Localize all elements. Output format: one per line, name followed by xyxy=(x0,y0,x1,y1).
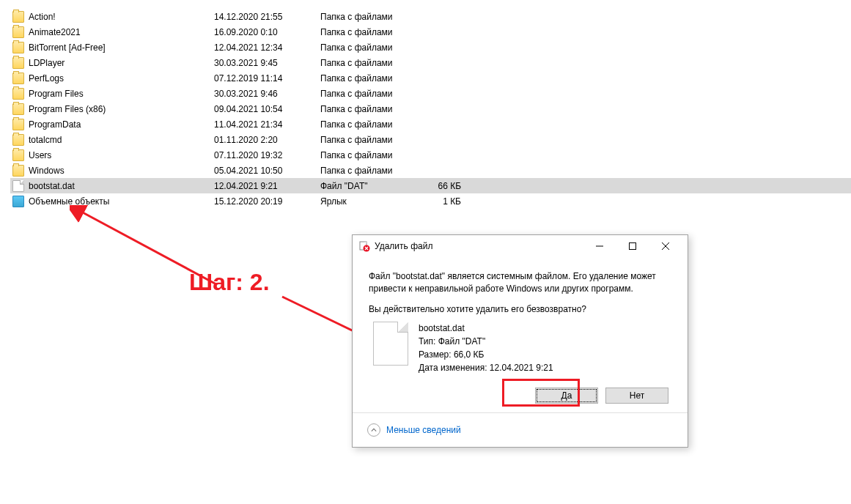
file-row[interactable]: PerfLogs07.12.2019 11:14Папка с файлами xyxy=(10,70,851,86)
dialog-confirm-question: Вы действительно хотите удалить его безв… xyxy=(369,304,671,314)
file-type: Папка с файлами xyxy=(320,119,424,130)
dialog-button-row: Да Нет xyxy=(369,388,671,404)
file-name: totalcmd xyxy=(29,135,214,145)
file-row[interactable]: Program Files (x86)09.04.2021 10:54Папка… xyxy=(10,101,851,116)
file-type: Папка с файлами xyxy=(320,104,424,114)
dialog-file-details: bootstat.dat Тип: Файл "DAT" Размер: 66,… xyxy=(419,322,553,374)
file-name: Windows xyxy=(29,166,214,176)
file-name: PerfLogs xyxy=(29,73,214,84)
file-name: Animate2021 xyxy=(29,27,214,37)
file-size: 1 КБ xyxy=(424,196,461,207)
file-date: 09.04.2021 10:54 xyxy=(214,104,320,114)
file-name: Program Files (x86) xyxy=(29,104,214,114)
file-date: 15.12.2020 20:19 xyxy=(214,196,320,207)
file-size: 66 КБ xyxy=(424,181,461,191)
file-date: 30.03.2021 9:45 xyxy=(214,58,320,68)
file-row[interactable]: Users07.11.2020 19:32Папка с файлами xyxy=(10,147,851,163)
file-date: 05.04.2021 10:50 xyxy=(214,166,320,176)
file-row[interactable]: Animate202116.09.2020 0:10Папка с файлам… xyxy=(10,24,851,40)
folder-icon xyxy=(12,88,24,100)
file-row[interactable]: Объемные объекты15.12.2020 20:19Ярлык1 К… xyxy=(10,193,851,209)
file-date: 12.04.2021 12:34 xyxy=(214,42,320,53)
folder-icon xyxy=(12,57,24,69)
file-date: 07.11.2020 19:32 xyxy=(214,150,320,160)
folder-icon xyxy=(12,42,24,53)
dialog-warning-message: Файл "bootstat.dat" является системным ф… xyxy=(369,270,671,295)
file-date: 11.04.2021 21:34 xyxy=(214,119,320,130)
file-name: Users xyxy=(29,150,214,160)
no-button[interactable]: Нет xyxy=(605,388,668,404)
file-date: 01.11.2020 2:20 xyxy=(214,135,320,145)
close-button[interactable] xyxy=(649,236,682,256)
file-date: 16.09.2020 0:10 xyxy=(214,27,320,37)
file-icon xyxy=(12,180,24,192)
less-details-toggle[interactable] xyxy=(367,423,380,437)
file-row[interactable]: Program Files30.03.2021 9:46Папка с файл… xyxy=(10,86,851,101)
folder-icon xyxy=(12,149,24,161)
file-type: Файл "DAT" xyxy=(320,181,424,191)
delete-dialog-icon xyxy=(358,240,370,252)
file-date: 30.03.2021 9:46 xyxy=(214,89,320,99)
file-name-label: bootstat.dat xyxy=(419,322,553,335)
file-type: Папка с файлами xyxy=(320,27,424,37)
file-type: Папка с файлами xyxy=(320,12,424,22)
less-details-link[interactable]: Меньше сведений xyxy=(386,425,461,435)
svg-rect-8 xyxy=(629,243,636,250)
file-icon xyxy=(373,322,408,366)
file-name: Action! xyxy=(29,12,214,22)
file-type: Папка с файлами xyxy=(320,73,424,84)
file-size-label: Размер: 66,0 КБ xyxy=(419,348,553,361)
file-row[interactable]: bootstat.dat12.04.2021 9:21Файл "DAT"66 … xyxy=(10,178,851,193)
file-date: 12.04.2021 9:21 xyxy=(214,181,320,191)
file-date: 07.12.2019 11:14 xyxy=(214,73,320,84)
file-type: Ярлык xyxy=(320,196,424,207)
file-name: bootstat.dat xyxy=(29,181,214,191)
file-type: Папка с файлами xyxy=(320,89,424,99)
dialog-title: Удалить файл xyxy=(375,241,583,251)
folder-icon xyxy=(12,103,24,115)
file-type: Папка с файлами xyxy=(320,166,424,176)
folder-icon xyxy=(12,119,24,130)
minimize-button[interactable] xyxy=(583,236,616,256)
folder-icon xyxy=(12,165,24,177)
file-type: Папка с файлами xyxy=(320,135,424,145)
file-name: LDPlayer xyxy=(29,58,214,68)
dialog-file-info: bootstat.dat Тип: Файл "DAT" Размер: 66,… xyxy=(369,322,671,374)
file-row[interactable]: BitTorrent [Ad-Free]12.04.2021 12:34Папк… xyxy=(10,40,851,55)
dialog-titlebar: Удалить файл xyxy=(353,235,688,257)
file-row[interactable]: LDPlayer30.03.2021 9:45Папка с файлами xyxy=(10,55,851,70)
file-name: Program Files xyxy=(29,89,214,99)
file-date-label: Дата изменения: 12.04.2021 9:21 xyxy=(419,361,553,374)
folder-icon xyxy=(12,134,24,146)
dialog-footer: Меньше сведений xyxy=(353,412,688,447)
maximize-button[interactable] xyxy=(616,236,649,256)
folder-icon xyxy=(12,26,24,38)
file-row[interactable]: Windows05.04.2021 10:50Папка с файлами xyxy=(10,163,851,178)
file-row[interactable]: Action!14.12.2020 21:55Папка с файлами xyxy=(10,9,851,24)
file-row[interactable]: totalcmd01.11.2020 2:20Папка с файлами xyxy=(10,132,851,147)
yes-button[interactable]: Да xyxy=(535,388,598,404)
file-list: Action!14.12.2020 21:55Папка с файламиAn… xyxy=(0,0,851,209)
file-date: 14.12.2020 21:55 xyxy=(214,12,320,22)
dialog-body: Файл "bootstat.dat" является системным ф… xyxy=(353,257,688,412)
delete-file-dialog: Удалить файл Файл "bootstat.dat" являетс… xyxy=(352,234,688,448)
file-type-label: Тип: Файл "DAT" xyxy=(419,335,553,348)
file-type: Папка с файлами xyxy=(320,42,424,53)
file-name: BitTorrent [Ad-Free] xyxy=(29,42,214,53)
file-name: ProgramData xyxy=(29,119,214,130)
folder-icon xyxy=(12,73,24,84)
file-type: Папка с файлами xyxy=(320,150,424,160)
folder-icon xyxy=(12,11,24,23)
file-name: Объемные объекты xyxy=(29,196,214,207)
annotation-step-label: Шаг: 2. xyxy=(189,269,270,296)
shortcut-icon xyxy=(12,196,24,207)
file-type: Папка с файлами xyxy=(320,58,424,68)
file-row[interactable]: ProgramData11.04.2021 21:34Папка с файла… xyxy=(10,116,851,132)
